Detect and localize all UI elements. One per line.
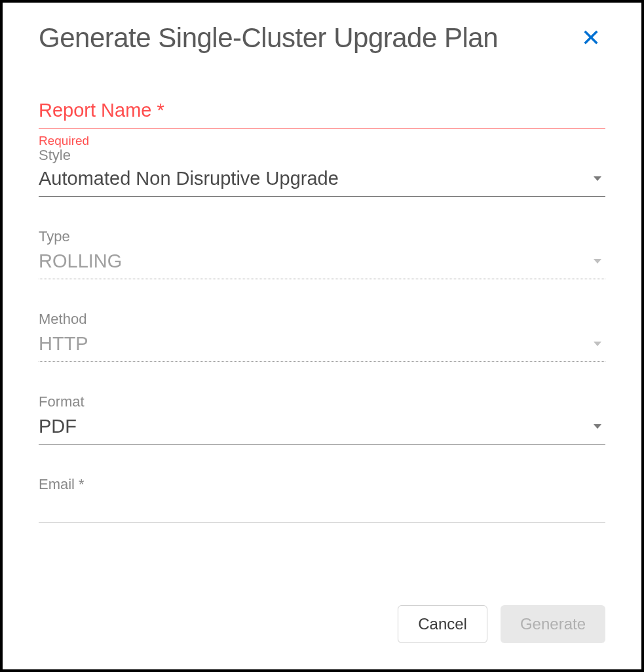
chevron-down-icon [594,424,601,429]
chevron-down-icon [594,259,601,264]
dialog-actions: Cancel Generate [398,605,605,643]
type-label: Type [39,228,605,245]
dialog-title: Generate Single-Cluster Upgrade Plan [39,22,498,54]
style-value: Automated Non Disruptive Upgrade [39,168,339,189]
type-select[interactable]: ROLLING [39,247,605,279]
generate-upgrade-plan-dialog: Generate Single-Cluster Upgrade Plan Rep… [0,0,644,672]
email-label: Email * [39,476,605,493]
method-value: HTTP [39,333,88,355]
chevron-down-icon [594,176,601,181]
report-name-field[interactable]: Report Name * [39,100,605,128]
close-button[interactable] [577,23,605,54]
report-name-underline [39,128,605,128]
required-hint: Required [39,134,605,148]
format-field: Format PDF [39,393,605,445]
close-icon [582,39,600,49]
style-label: Style [39,147,605,164]
method-label: Method [39,311,605,328]
chevron-down-icon [594,342,601,346]
type-field: Type ROLLING [39,228,605,279]
format-value: PDF [39,416,77,437]
style-field: Style Automated Non Disruptive Upgrade [39,147,605,197]
dialog-header: Generate Single-Cluster Upgrade Plan [39,22,605,54]
style-select[interactable]: Automated Non Disruptive Upgrade [39,164,605,197]
type-value: ROLLING [39,250,122,272]
report-name-label: Report Name * [39,100,605,128]
method-field: Method HTTP [39,311,605,362]
format-label: Format [39,393,605,410]
generate-button[interactable]: Generate [501,605,605,643]
email-underline [39,523,605,523]
cancel-button[interactable]: Cancel [398,605,487,643]
format-select[interactable]: PDF [39,412,605,445]
method-select[interactable]: HTTP [39,329,605,362]
email-field[interactable]: Email * [39,476,605,523]
